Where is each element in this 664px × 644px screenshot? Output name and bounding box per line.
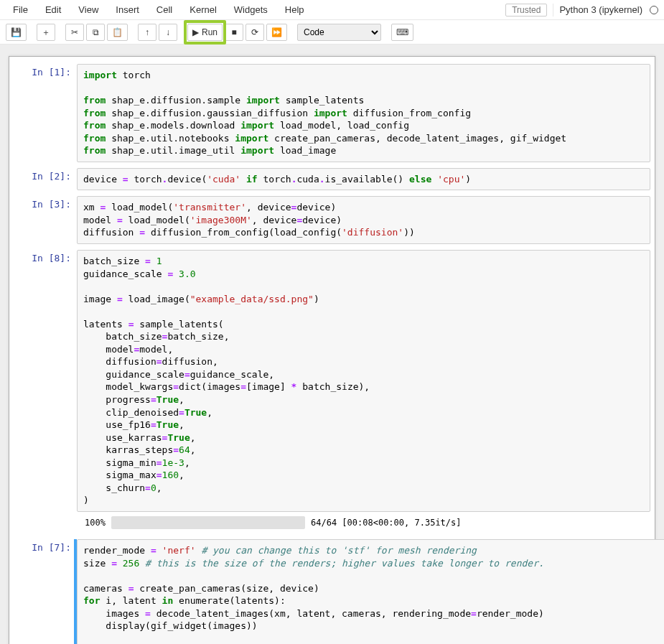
kernel-name[interactable]: Python 3 (ipykernel) [559, 4, 644, 15]
cell[interactable]: In [3]:xm = load_model('transmitter', de… [9, 193, 655, 247]
arrow-down-icon: ↓ [166, 28, 170, 37]
run-label: Run [202, 27, 218, 37]
notebook: In [1]:import torch from shap_e.diffusio… [9, 56, 655, 644]
input-area[interactable]: device = torch.device('cuda' if torch.cu… [77, 168, 650, 191]
menu-view[interactable]: View [71, 3, 106, 17]
stop-icon: ■ [231, 28, 236, 37]
code[interactable]: xm = load_model('transmitter', device=de… [83, 201, 644, 239]
cell[interactable]: In [2]:device = torch.device('cuda' if t… [9, 165, 655, 194]
code[interactable]: batch_size = 1 guidance_scale = 3.0 imag… [83, 255, 644, 507]
restart-run-all-button[interactable]: ⏩ [266, 24, 287, 41]
plus-icon: ＋ [42, 28, 50, 37]
prompt: In [7]: [14, 539, 77, 644]
cell[interactable]: In [1]:import torch from shap_e.diffusio… [9, 61, 655, 165]
move-up-button[interactable]: ↑ [138, 24, 156, 41]
stop-button[interactable]: ■ [225, 24, 243, 41]
toolbar: 💾 ＋ ✂ ⧉ 📋 ↑ ↓ ▶ Run ■ ⟳ ⏩ CodeMarkdownRa… [0, 20, 664, 45]
command-palette-button[interactable]: ⌨ [391, 24, 413, 41]
keyboard-icon: ⌨ [396, 28, 408, 37]
run-button[interactable]: ▶ Run [187, 24, 223, 41]
menu-help[interactable]: Help [278, 3, 312, 17]
kernel-idle-icon[interactable] [650, 6, 658, 14]
cell-body: render_mode = 'nerf' # you can change th… [74, 539, 664, 644]
cell-body: import torch from shap_e.diffusion.sampl… [77, 64, 650, 162]
save-icon: 💾 [11, 28, 22, 37]
cell[interactable]: In [8]:batch_size = 1 guidance_scale = 3… [9, 247, 655, 536]
prompt: In [1]: [14, 64, 77, 162]
menu-widgets[interactable]: Widgets [227, 3, 275, 17]
progress-stats: 64/64 [00:08<00:00, 7.35it/s] [311, 518, 462, 528]
code[interactable]: device = torch.device('cuda' if torch.cu… [83, 173, 644, 186]
prompt: In [2]: [14, 168, 77, 191]
copy-icon: ⧉ [93, 28, 99, 37]
progress-percent: 100% [77, 518, 106, 528]
menu-insert[interactable]: Insert [108, 3, 146, 17]
divider [553, 4, 553, 17]
menubar: FileEditViewInsertCellKernelWidgetsHelp … [0, 0, 664, 20]
menu-file[interactable]: File [6, 3, 35, 17]
prompt: In [3]: [14, 196, 77, 244]
paste-button[interactable]: 📋 [107, 24, 128, 41]
add-cell-button[interactable]: ＋ [37, 24, 55, 41]
notebook-container: In [1]:import torch from shap_e.diffusio… [0, 45, 664, 644]
trusted-badge[interactable]: Trusted [505, 4, 547, 17]
play-icon: ▶ [192, 28, 199, 37]
save-button[interactable]: 💾 [6, 24, 27, 41]
input-area[interactable]: import torch from shap_e.diffusion.sampl… [77, 64, 650, 162]
restart-button[interactable]: ⟳ [246, 24, 264, 41]
move-down-button[interactable]: ↓ [159, 24, 177, 41]
celltype-select[interactable]: CodeMarkdownRaw NBConvertHeading [297, 24, 381, 41]
menu-kernel[interactable]: Kernel [182, 3, 224, 17]
menu-cell[interactable]: Cell [149, 3, 179, 17]
scissors-icon: ✂ [71, 28, 78, 37]
cell-body: batch_size = 1 guidance_scale = 3.0 imag… [77, 250, 650, 533]
prompt: In [8]: [14, 250, 77, 533]
cell-body: device = torch.device('cuda' if torch.cu… [77, 168, 650, 191]
input-area[interactable]: render_mode = 'nerf' # you can change th… [77, 539, 664, 644]
restart-icon: ⟳ [251, 28, 258, 37]
arrow-up-icon: ↑ [145, 28, 149, 37]
progress-bar [111, 516, 305, 529]
code[interactable]: render_mode = 'nerf' # you can change th… [83, 544, 664, 644]
input-area[interactable]: batch_size = 1 guidance_scale = 3.0 imag… [77, 250, 650, 512]
clipboard-icon: 📋 [112, 28, 123, 37]
cell[interactable]: In [7]:render_mode = 'nerf' # you can ch… [9, 536, 655, 644]
cut-button[interactable]: ✂ [65, 24, 84, 41]
code[interactable]: import torch from shap_e.diffusion.sampl… [83, 69, 644, 157]
menu-items: FileEditViewInsertCellKernelWidgetsHelp [6, 3, 312, 17]
input-area[interactable]: xm = load_model('transmitter', device=de… [77, 196, 650, 244]
copy-button[interactable]: ⧉ [86, 24, 105, 41]
progress-output: 100%64/64 [00:08<00:00, 7.35it/s] [77, 512, 650, 533]
cell-body: xm = load_model('transmitter', device=de… [77, 196, 650, 244]
menubar-right: Trusted Python 3 (ipykernel) [505, 4, 658, 17]
menu-edit[interactable]: Edit [38, 3, 68, 17]
fast-forward-icon: ⏩ [271, 28, 282, 37]
